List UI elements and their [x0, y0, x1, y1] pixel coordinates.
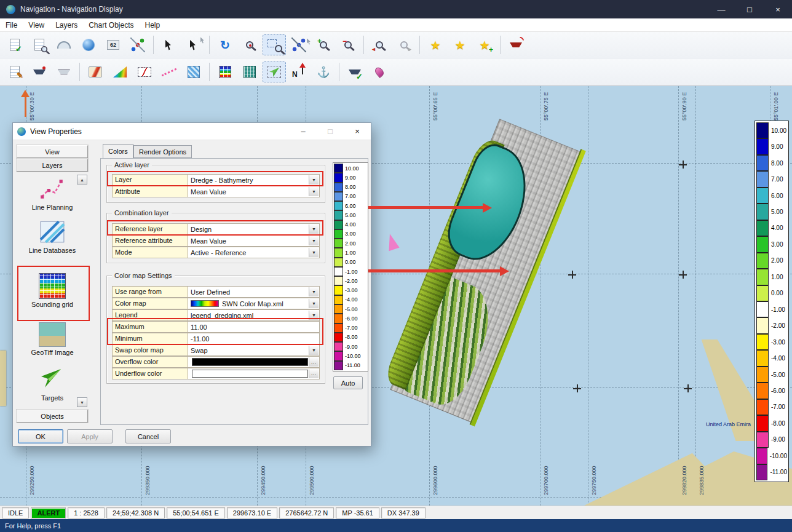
find-button[interactable]	[28, 34, 51, 55]
vessel-position-button[interactable]	[28, 62, 51, 82]
window-maximize-button[interactable]: □	[735, 0, 764, 18]
menu-chart-objects[interactable]: Chart Objects	[83, 18, 139, 32]
dialog-title: View Properties	[30, 127, 82, 136]
select-help-cursor-button[interactable]	[182, 34, 205, 55]
reference-attribute-label: Reference attribute	[112, 235, 188, 247]
reference-attribute-dropdown-button[interactable]: ▼	[309, 236, 319, 245]
auto-button[interactable]: Auto	[333, 376, 363, 389]
use-range-from-dropdown-button[interactable]: ▼	[309, 287, 319, 296]
surface-model-button[interactable]	[84, 62, 107, 82]
swap-color-map-combobox[interactable]: Swap▼	[188, 344, 320, 356]
mode-dropdown-button[interactable]: ▼	[309, 248, 319, 257]
measure-protractor-button[interactable]	[52, 34, 76, 55]
gridline-vertical	[678, 86, 679, 506]
dropdown-icon: ▼	[312, 290, 316, 294]
dialog-maximize-button[interactable]: □	[317, 123, 344, 140]
layer-item-line-databases[interactable]: Line Databases	[22, 220, 83, 254]
scale-swatch	[334, 248, 343, 257]
zoom-in-button[interactable]: +	[312, 34, 335, 55]
zoom-next-button[interactable]: ►	[392, 34, 416, 55]
route-planning-button[interactable]	[126, 34, 149, 55]
favorite-view-2-button[interactable]: ★	[448, 34, 472, 55]
menu-help[interactable]: Help	[140, 18, 166, 32]
profile-view-button[interactable]	[108, 62, 132, 82]
scale-swatch	[334, 258, 343, 267]
profile-triangle-icon	[111, 64, 129, 80]
ellipsis-icon: …	[311, 360, 317, 363]
select-cursor-button[interactable]	[157, 34, 181, 55]
mode-label: Mode	[112, 247, 188, 258]
use-range-from-combobox[interactable]: User Defined▼	[188, 286, 320, 298]
grid-matrix-button[interactable]	[182, 62, 205, 82]
target-tracking-button[interactable]	[263, 62, 286, 82]
zoom-previous-button[interactable]: ◄	[368, 34, 391, 55]
refresh-button[interactable]: ↻	[213, 34, 237, 55]
map-label-longitude: 55°00'.90 E	[681, 92, 687, 121]
tab-render-options[interactable]: Render Options	[133, 145, 192, 158]
layer-item-targets[interactable]: Targets	[22, 367, 83, 402]
geotiff-image-icon	[39, 322, 66, 347]
overflow-color-label: Overflow color	[112, 356, 188, 368]
scale-row: 9.00	[334, 173, 367, 182]
pan-network-button[interactable]	[287, 34, 311, 55]
layer-item-line-planning[interactable]: Line Planning	[22, 177, 83, 211]
side-tab-view[interactable]: View	[17, 145, 88, 158]
vessel-tracking-button[interactable]	[504, 34, 528, 55]
scale-row: 0.00	[334, 258, 367, 267]
grid-display-button[interactable]	[238, 62, 261, 82]
dropdown-icon: ▼	[312, 348, 316, 352]
legend-label: 7.00	[769, 171, 783, 187]
underflow-color-picker[interactable]: …	[188, 368, 320, 379]
tab-colors[interactable]: Colors	[103, 144, 133, 158]
dialog-titlebar[interactable]: View Properties – □ ×	[13, 123, 371, 140]
reference-attribute-combobox[interactable]: Mean Value▼	[188, 235, 320, 247]
north-up-button[interactable]: N	[287, 62, 311, 82]
underflow-color-browse-button[interactable]: …	[309, 369, 319, 378]
overflow-color-picker[interactable]: …	[188, 356, 320, 368]
vessel-check-icon: ✓	[346, 64, 363, 80]
attribute-dropdown-button[interactable]: ▼	[309, 187, 319, 196]
scale-row: -7.00	[334, 324, 367, 333]
menu-layers[interactable]: Layers	[50, 18, 83, 32]
layer-list-scroll-down-button[interactable]: ▼	[77, 397, 87, 407]
zoom-select-button[interactable]	[238, 34, 261, 55]
compass-62-button[interactable]: 62	[101, 34, 125, 55]
edit-document-button[interactable]: ✎	[3, 62, 26, 82]
cross-section-button[interactable]	[133, 62, 156, 82]
zoom-out-button[interactable]: −	[336, 34, 360, 55]
scale-row: -10.00	[334, 351, 367, 360]
cancel-button[interactable]: Cancel	[125, 429, 171, 443]
color-map-combobox[interactable]: SWN Color Map.xml▼	[188, 298, 320, 309]
side-tab-layers[interactable]: Layers	[17, 159, 88, 172]
side-tab-objects[interactable]: Objects	[17, 410, 88, 423]
favorite-add-button[interactable]: ★+	[473, 34, 496, 55]
dialog-minimize-button[interactable]: –	[290, 123, 317, 140]
group-title: Color map Settings	[112, 272, 175, 280]
favorite-view-1-button[interactable]: ★	[424, 34, 447, 55]
zoom-window-button[interactable]	[263, 34, 286, 55]
attribute-combobox[interactable]: Mean Value▼	[188, 186, 320, 197]
project-check-button[interactable]: ✓	[3, 34, 26, 55]
map-label-easting: 299700.000	[543, 466, 549, 495]
vessel-outline-button[interactable]	[52, 62, 76, 82]
anchor-watch-button[interactable]: ⚓	[312, 62, 335, 82]
ok-button[interactable]: OK	[18, 429, 63, 443]
layer-item-geotiff-image[interactable]: GeoTiff Image	[22, 322, 83, 356]
event-marker-button[interactable]	[368, 62, 391, 82]
window-close-button[interactable]: ×	[764, 0, 792, 18]
legend-swatch	[756, 399, 769, 415]
sounding-grid-button[interactable]	[213, 62, 237, 82]
overflow-color-browse-button[interactable]: …	[309, 357, 319, 367]
apply-button[interactable]: Apply	[67, 429, 113, 443]
globe-view-button[interactable]	[77, 34, 100, 55]
track-line-button[interactable]	[157, 62, 181, 82]
swap-color-map-dropdown-button[interactable]: ▼	[309, 346, 319, 355]
color-map-dropdown-button[interactable]: ▼	[309, 299, 319, 308]
menu-file[interactable]: File	[0, 18, 23, 32]
window-minimize-button[interactable]: —	[707, 0, 735, 18]
vessel-status-button[interactable]: ✓	[343, 62, 366, 82]
scale-label: 3.00	[343, 229, 356, 239]
dialog-close-button[interactable]: ×	[344, 123, 371, 140]
mode-combobox[interactable]: Active - Reference▼	[188, 247, 320, 258]
menu-view[interactable]: View	[23, 18, 50, 32]
